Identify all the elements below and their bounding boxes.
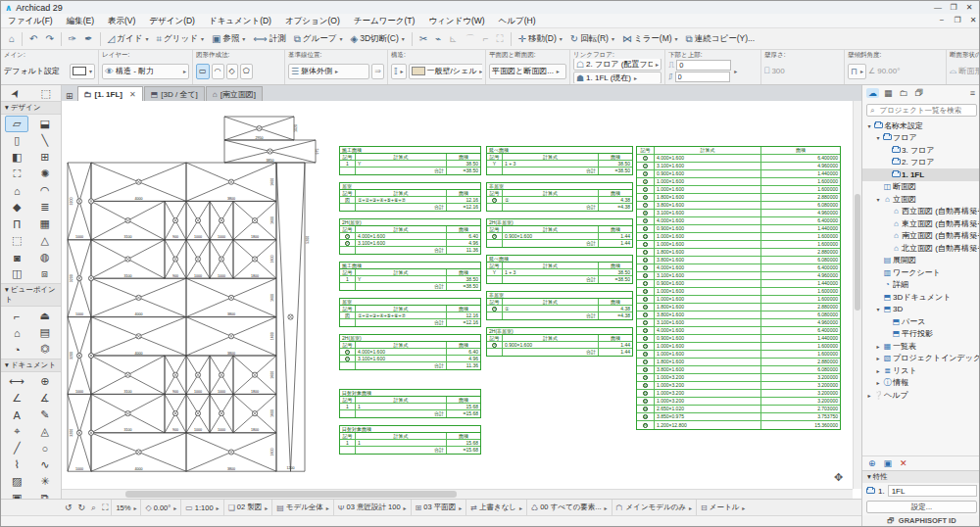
menu-edit[interactable]: 編集(E) [60,14,101,28]
camera-tool[interactable]: ⏣ [33,341,57,358]
tree-item-2[interactable]: 3. フロア [862,144,980,157]
tree-expander-icon[interactable]: ▸ [874,343,882,350]
drawing-canvas[interactable]: 4000380016003100900100010001800160031009… [62,101,861,499]
toolbox-section-ビューポイント[interactable]: ▾ ビューポイント [1,283,61,307]
figure-tool[interactable]: ▣ [5,490,28,499]
navigator-cloud-icon[interactable]: ☁ [866,88,879,98]
menu-teamwork[interactable]: チームワーク(T) [347,14,422,28]
stretch-button[interactable]: ⛶ [493,32,508,46]
default-settings-button[interactable]: デフォルト設定 [4,66,60,76]
vertical-scrollbar[interactable] [853,101,861,489]
skylight-tool[interactable]: ◍ [33,249,57,265]
tree-item-22[interactable]: ▸❔ヘルプ [862,389,980,402]
tree-item-12[interactable]: ▥ワークシート [862,266,980,279]
working-units-selector[interactable]: ⊟メートル▸ [696,500,749,515]
home-button[interactable]: ⌂ [5,32,19,45]
tree-item-3[interactable]: 2. フロア [862,157,980,169]
menu-window[interactable]: ウィンドウ(W) [421,14,491,28]
doc-minimize-icon[interactable]: − [934,15,950,26]
renovation-filter-selector[interactable]: ♺00 すべての要素...▸ [526,500,612,515]
wall-angle-type-button[interactable]: ⊓▸ [848,64,866,79]
tree-item-16[interactable]: ⬒パース [862,315,980,328]
fillet-button[interactable]: ⌒ [462,31,479,47]
tree-expander-icon[interactable]: ▾ [874,196,882,203]
split-button[interactable]: ✂ [416,32,431,45]
measure-button[interactable]: ⟺計測 [249,32,289,46]
tab-3d-all[interactable]: ⬒[3D / 全て] [144,86,205,101]
navigator-layout-book-icon[interactable]: 🗇 [913,88,926,98]
geometry-straight-button[interactable]: ▭ [196,64,210,79]
railing-tool[interactable]: Π [5,216,28,232]
interior-elevation-tool[interactable]: ⌂ [5,324,28,341]
tree-item-0[interactable]: ▾名称未設定 [862,120,980,132]
menu-options[interactable]: オプション(O) [278,14,347,28]
tree-item-15[interactable]: ▾⬒3D [862,304,980,316]
opening-tool[interactable]: ◙ [5,249,28,265]
change-marker-tool[interactable]: ◬ [33,423,57,440]
undo-button[interactable]: ↶ [25,32,41,45]
radial-dimension-tool[interactable]: ∠ [5,390,28,407]
lamp-tool[interactable]: ✺ [33,166,57,182]
tree-item-19[interactable]: ▸▧プロジェクトインデックス [862,353,980,365]
group-button[interactable]: ⧉グループ▾ [290,32,347,46]
toolbox-section-ドキュメント[interactable]: ▾ ドキュメント [1,359,61,372]
tree-item-6[interactable]: ▾⌂立面図 [862,193,980,206]
search-input[interactable] [877,105,973,116]
pen-set-selector[interactable]: ❏02 製図▸ [223,500,272,515]
drawing-tool[interactable]: ⧉ [33,490,57,499]
view-forward-icon[interactable]: ↻ [75,503,89,512]
rotate-button[interactable]: ↻回転(R)▾ [566,32,618,46]
zone-tool[interactable]: ⬚ [5,232,28,249]
zone-stamp-tool[interactable]: ⌖ [5,423,28,440]
tree-item-4[interactable]: 1. 1FL [862,168,980,181]
polyline-tool[interactable]: ⌇ [5,456,28,473]
zoom-in-icon[interactable]: ⌕ [88,503,99,513]
partial-structure-display-selector[interactable]: ⛫メインモデルのみ▸ [612,500,696,515]
settings-button[interactable]: 設定... [866,501,977,513]
fill-tool[interactable]: ▨ [5,473,28,490]
dimension-style-selector[interactable]: ⊞03 平面図▸ [411,500,466,515]
column-tool[interactable]: ▯ [5,132,28,149]
orientation-selector[interactable]: ◇0.00°▸ [140,500,180,515]
hotlink-tool[interactable]: ⧈ [33,265,57,282]
tree-item-17[interactable]: ⬒平行投影 [862,328,980,341]
top-offset-input[interactable] [676,60,731,71]
tree-item-8[interactable]: ⌂東立面図 (自動再構築モデル) [862,217,980,230]
plan-display-selector[interactable]: 平面図と断面図...▸ [489,64,566,79]
tree-item-10[interactable]: ⌂北立面図 (自動再構築モデル) [862,242,980,255]
menu-help[interactable]: ヘルプ(H) [492,14,543,28]
label-tool[interactable]: ✎ [33,407,57,423]
pickup-parameters-button[interactable]: ✑ [65,32,80,45]
property-value[interactable]: 1FL [888,485,977,497]
window-minimize-icon[interactable]: — [930,2,946,14]
shell-tool[interactable]: ◠ [33,182,57,199]
intersect-button[interactable]: ⌐ [479,32,493,45]
tree-expander-icon[interactable]: ▾ [865,122,873,129]
angle-dimension-tool[interactable]: ∡ [33,390,57,407]
scale-selector[interactable]: ▭1:100▸ [180,500,222,515]
marquee-tool[interactable]: ⬚ [34,85,58,102]
flip-wall-button[interactable]: ⇒ [371,64,384,79]
graphisoft-id[interactable]: 🗗 GRAPHISOFT ID [861,515,980,526]
reference-line-selector[interactable]: ☰躯体外側▸ [288,64,369,79]
navigator-add-icon[interactable]: ⊕ [868,458,876,468]
geometry-polygon-button[interactable]: ⬠ [240,64,253,79]
tree-item-18[interactable]: ▸▦一覧表 [862,340,980,353]
spline-tool[interactable]: ∿ [33,456,57,473]
top-link-floor-selector[interactable]: ☖2. フロア (配置フロア...▸ [573,59,662,71]
tab-overview-icon[interactable]: ⊞ [62,91,77,101]
layer-selector[interactable]: 👁構造 - 耐力▸ [102,64,189,79]
properties-header[interactable]: ▾ 特性 [862,470,980,483]
cutaway-3d-button[interactable]: ◈3D切断(C)▾ [346,32,408,46]
tree-expander-icon[interactable]: ▸ [874,355,882,361]
tree-item-11[interactable]: ▤展開図 [862,255,980,267]
door-tool[interactable]: ◧ [5,149,28,166]
redo-button[interactable]: ↷ [41,32,57,45]
tree-item-20[interactable]: ▸≣リスト [862,364,980,377]
level-dimension-tool[interactable]: ⊕ [33,373,57,390]
menu-file[interactable]: ファイル(F) [1,14,60,28]
tree-expander-icon[interactable]: ▸ [874,367,882,374]
slab-tool[interactable]: ⬓ [33,116,57,132]
geometry-curved-button[interactable]: ◠ [212,64,224,79]
hotspot-tool[interactable]: ✳ [33,473,57,490]
